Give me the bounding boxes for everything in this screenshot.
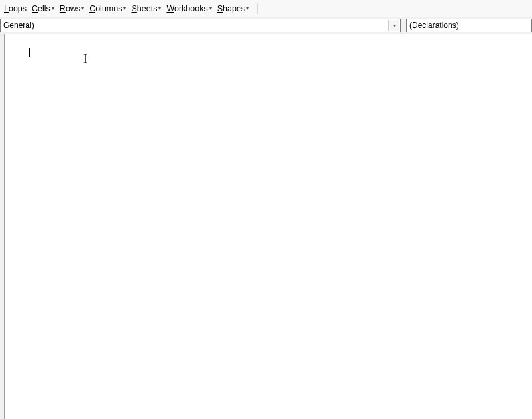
- chevron-down-icon: ▾: [123, 5, 126, 11]
- toolbar-overflow-handle[interactable]: [254, 1, 261, 16]
- chevron-down-icon: ▾: [158, 5, 161, 11]
- code-editor-frame: [4, 34, 532, 419]
- code-editor[interactable]: [5, 34, 532, 419]
- menu-loops-label: Loops: [4, 4, 27, 13]
- menu-rows-label: Rows: [60, 4, 80, 13]
- menu-workbooks-label: Workbooks: [166, 4, 207, 13]
- chevron-down-icon: ▾: [209, 5, 212, 11]
- menu-cells[interactable]: Cells▾: [29, 1, 57, 16]
- object-combo[interactable]: General) ▾: [0, 19, 401, 32]
- chevron-down-icon: ▾: [81, 5, 84, 11]
- combo-row: General) ▾ (Declarations): [0, 17, 532, 33]
- menu-rows[interactable]: Rows▾: [57, 1, 87, 16]
- procedure-combo[interactable]: (Declarations): [406, 19, 532, 32]
- toolbar: LoopsCells▾Rows▾Columns▾Sheets▾Workbooks…: [0, 0, 532, 17]
- menu-shapes[interactable]: Shapes▾: [215, 1, 252, 16]
- chevron-down-icon[interactable]: ▾: [388, 20, 399, 31]
- chevron-down-icon: ▾: [52, 5, 54, 11]
- menu-shapes-label: Shapes: [217, 4, 245, 13]
- menu-columns[interactable]: Columns▾: [87, 1, 129, 16]
- menu-workbooks[interactable]: Workbooks▾: [164, 1, 214, 16]
- menu-sheets-label: Sheets: [131, 4, 157, 13]
- object-combo-text: General): [3, 21, 388, 30]
- grip-icon: [257, 3, 258, 14]
- chevron-down-icon: ▾: [246, 5, 249, 11]
- text-caret: [29, 48, 30, 57]
- menu-loops[interactable]: Loops: [1, 1, 29, 16]
- menu-columns-label: Columns: [89, 4, 122, 13]
- procedure-combo-text: (Declarations): [409, 21, 529, 30]
- menu-cells-label: Cells: [32, 4, 50, 13]
- menu-sheets[interactable]: Sheets▾: [129, 1, 164, 16]
